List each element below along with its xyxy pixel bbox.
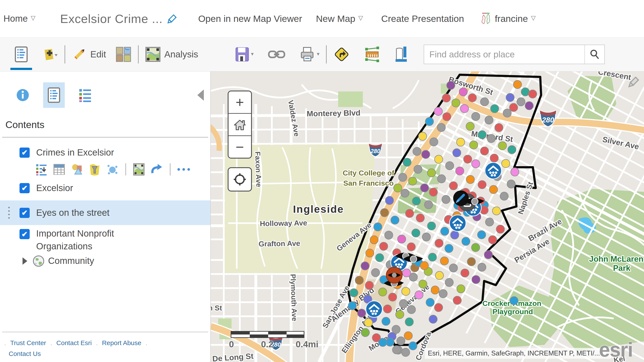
- crime-point[interactable]: [510, 103, 518, 112]
- home-extent-button[interactable]: [228, 113, 251, 136]
- crime-point[interactable]: [428, 222, 436, 230]
- crime-point[interactable]: [440, 227, 449, 236]
- crime-point[interactable]: [422, 150, 430, 158]
- crime-point[interactable]: [382, 317, 390, 326]
- crime-point[interactable]: [487, 134, 496, 142]
- crime-point[interactable]: [490, 154, 498, 162]
- crime-point[interactable]: [380, 242, 388, 250]
- crime-point[interactable]: [468, 94, 476, 102]
- crime-point[interactable]: [525, 102, 533, 110]
- crime-point[interactable]: [420, 262, 428, 270]
- edit-button[interactable]: Edit: [72, 38, 106, 71]
- crime-point[interactable]: [412, 197, 420, 205]
- zoom-out-button[interactable]: −: [228, 136, 251, 158]
- crime-point[interactable]: [408, 177, 417, 185]
- crime-point[interactable]: [456, 167, 464, 175]
- crime-point[interactable]: [426, 298, 434, 306]
- perform-analysis-icon[interactable]: [133, 163, 145, 176]
- change-style-icon[interactable]: [71, 163, 83, 176]
- report-abuse-link[interactable]: Report Abuse: [102, 339, 142, 346]
- home-menu[interactable]: Home: [4, 14, 28, 24]
- collapse-panel-arrow[interactable]: [197, 90, 204, 101]
- crime-point[interactable]: [452, 99, 460, 107]
- layer-checkbox[interactable]: ✔: [20, 148, 30, 158]
- crime-point[interactable]: [391, 216, 399, 224]
- show-table-icon[interactable]: [53, 164, 65, 175]
- contact-us-link[interactable]: Contact Us: [9, 350, 41, 357]
- crime-point[interactable]: [437, 174, 446, 183]
- crime-point[interactable]: [407, 306, 416, 314]
- crime-point[interactable]: [459, 88, 468, 96]
- crime-point[interactable]: [422, 233, 430, 241]
- crime-point[interactable]: [398, 235, 406, 243]
- crime-point[interactable]: [466, 176, 474, 184]
- crime-point[interactable]: [489, 186, 498, 194]
- print-button[interactable]: ▾: [300, 38, 320, 71]
- gavel-marker[interactable]: [453, 190, 469, 206]
- crime-point[interactable]: [470, 141, 478, 149]
- crime-point[interactable]: [514, 80, 522, 88]
- crime-point[interactable]: [445, 278, 454, 286]
- bookmarks-button[interactable]: [394, 38, 408, 71]
- crime-point[interactable]: [478, 231, 486, 239]
- crime-point[interactable]: [446, 162, 454, 170]
- create-presentation-link[interactable]: Create Presentation: [381, 14, 464, 24]
- drag-handle[interactable]: [8, 207, 10, 219]
- crime-point[interactable]: [350, 289, 358, 297]
- search-button[interactable]: [584, 45, 604, 64]
- crime-point[interactable]: [355, 276, 364, 284]
- crime-point[interactable]: [376, 254, 384, 262]
- redo-arrow-icon[interactable]: [150, 164, 163, 175]
- crime-point[interactable]: [503, 109, 511, 117]
- crime-point[interactable]: [398, 173, 407, 182]
- tab-about[interactable]: [12, 82, 34, 108]
- filter-icon[interactable]: [88, 163, 101, 176]
- crime-point[interactable]: [472, 112, 480, 121]
- layer-row-nonprofits[interactable]: ✔ Important Nonprofit Organizations: [0, 227, 210, 253]
- expand-arrow-icon[interactable]: [22, 257, 27, 265]
- layer-checkbox[interactable]: ✔: [20, 183, 30, 193]
- crime-point[interactable]: [495, 124, 503, 132]
- more-options-button[interactable]: [178, 168, 190, 171]
- user-menu[interactable]: francine: [495, 14, 528, 24]
- crime-point[interactable]: [409, 342, 417, 350]
- crime-point[interactable]: [431, 286, 439, 294]
- crime-point[interactable]: [453, 296, 462, 304]
- crime-point[interactable]: [517, 98, 525, 106]
- pencil-icon[interactable]: [626, 76, 640, 90]
- crime-point[interactable]: [480, 98, 489, 106]
- crime-point[interactable]: [424, 200, 432, 209]
- crime-point[interactable]: [440, 257, 448, 265]
- cluster-points-icon[interactable]: [106, 163, 118, 176]
- crime-point[interactable]: [384, 305, 392, 313]
- crime-point[interactable]: [488, 236, 497, 244]
- basemap-button[interactable]: [116, 38, 132, 71]
- search-input[interactable]: [424, 45, 584, 64]
- save-button[interactable]: ▾: [235, 38, 254, 71]
- crime-point[interactable]: [490, 105, 499, 113]
- crime-point[interactable]: [437, 123, 445, 132]
- crime-point[interactable]: [385, 231, 393, 239]
- open-in-new-map-viewer-link[interactable]: Open in new Map Viewer: [198, 14, 302, 24]
- tab-legend[interactable]: [74, 82, 96, 108]
- crime-point[interactable]: [450, 231, 459, 239]
- crime-point[interactable]: [436, 272, 444, 280]
- analysis-button[interactable]: Analysis: [145, 38, 198, 71]
- crime-point[interactable]: [457, 285, 465, 293]
- crime-point[interactable]: [428, 253, 436, 261]
- crime-point[interactable]: [358, 309, 366, 317]
- crime-point[interactable]: [466, 122, 474, 130]
- crime-point[interactable]: [379, 338, 387, 346]
- crime-point[interactable]: [392, 346, 401, 354]
- layer-checkbox[interactable]: ✔: [20, 229, 30, 239]
- crime-point[interactable]: [442, 94, 450, 102]
- redeye-marker[interactable]: [386, 267, 402, 283]
- find-my-location-button[interactable]: [228, 167, 252, 192]
- crime-point[interactable]: [472, 160, 480, 168]
- crime-point[interactable]: [439, 290, 447, 298]
- crime-point[interactable]: [507, 180, 515, 188]
- crime-point[interactable]: [443, 113, 451, 121]
- crime-point[interactable]: [401, 189, 409, 197]
- crime-point[interactable]: [419, 280, 427, 288]
- crime-point[interactable]: [478, 180, 486, 189]
